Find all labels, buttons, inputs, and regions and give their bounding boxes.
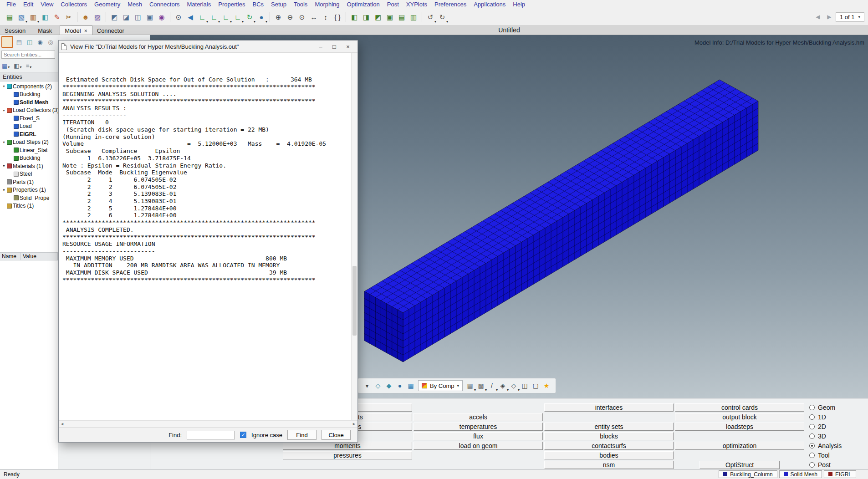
- next-page-icon[interactable]: ▶: [824, 12, 834, 22]
- value-column-header[interactable]: Value: [21, 252, 58, 260]
- panel-button[interactable]: entity sets: [544, 423, 674, 431]
- color-by-dropdown[interactable]: By Comp ▾: [418, 380, 463, 391]
- performance-graphics-icon[interactable]: ▢: [530, 380, 541, 391]
- menu-item[interactable]: Morphing: [311, 0, 343, 8]
- tree-expander-icon[interactable]: ▾: [2, 84, 6, 88]
- find-entities-icon[interactable]: ▤: [396, 11, 408, 23]
- panel-button[interactable]: loadsteps: [675, 423, 804, 431]
- panel-button[interactable]: nsm: [544, 461, 674, 469]
- selector-caret-icon[interactable]: ▾: [362, 380, 373, 391]
- user-profiles-icon[interactable]: ☻: [80, 11, 92, 23]
- tree-item[interactable]: ▾ Components (2): [0, 82, 58, 91]
- maximize-icon[interactable]: □: [327, 41, 341, 52]
- menu-item[interactable]: BCs: [249, 0, 267, 8]
- fit-view-icon[interactable]: ⊙: [296, 11, 308, 23]
- export-panel-icon[interactable]: ◪: [120, 11, 132, 23]
- menu-item[interactable]: Post: [383, 0, 403, 8]
- tree-expander-icon[interactable]: ▾: [2, 188, 6, 192]
- previous-page-icon[interactable]: ◀: [813, 12, 823, 22]
- status-chip[interactable]: Solid Mesh: [779, 470, 822, 478]
- shaded-geometry-icon[interactable]: ◆: [383, 380, 394, 391]
- menu-item[interactable]: Collectors: [57, 0, 91, 8]
- find-input[interactable]: [187, 431, 235, 439]
- display-filter-icon[interactable]: ◧ ▾: [14, 62, 21, 69]
- tree-item[interactable]: ▾ Load Steps (2): [0, 138, 58, 147]
- knife-pencil-icon[interactable]: ✎: [51, 11, 63, 23]
- page-indicator[interactable]: 1 of 1 ▾: [836, 12, 864, 22]
- section-cut-icon[interactable]: ◫: [519, 380, 530, 391]
- panel-button[interactable]: output block: [675, 413, 804, 421]
- tree-item[interactable]: Fixed_S: [0, 114, 58, 122]
- redo-view-icon[interactable]: ↻: [436, 11, 448, 23]
- open-model-icon[interactable]: ▧: [15, 11, 27, 23]
- shaded-sphere-icon[interactable]: ●: [255, 11, 267, 23]
- scalpel-icon[interactable]: ✂: [63, 11, 75, 23]
- mask-icon[interactable]: ◧: [348, 11, 360, 23]
- scroll-right-icon[interactable]: ►: [352, 422, 356, 426]
- menu-item[interactable]: File: [3, 0, 20, 8]
- search-input[interactable]: [1, 51, 55, 59]
- horizontal-scrollbar[interactable]: ◄ ►: [59, 420, 357, 427]
- dialog-close-button[interactable]: Close: [322, 430, 351, 440]
- import-panel-icon[interactable]: ◩: [108, 11, 120, 23]
- vertical-scrollbar-thumb[interactable]: [352, 266, 357, 336]
- tab[interactable]: Session: [0, 25, 33, 35]
- menu-item[interactable]: Help: [509, 0, 529, 8]
- find-button[interactable]: Find: [287, 430, 317, 440]
- panel-button[interactable]: temperatures: [414, 423, 543, 431]
- menu-item[interactable]: Properties: [214, 0, 249, 8]
- tree-item[interactable]: Parts (1): [0, 178, 58, 186]
- mesh-lines-icon[interactable]: ▦: [465, 380, 475, 391]
- panel-button[interactable]: blocks: [544, 432, 674, 440]
- tree-item[interactable]: Buckling: [0, 91, 58, 99]
- page-radio[interactable]: 2D: [809, 423, 842, 431]
- panel-button[interactable]: bodies: [544, 451, 674, 459]
- entity-types-icon[interactable]: ▦ ▾: [2, 62, 10, 69]
- panel-button[interactable]: optimization: [675, 442, 804, 450]
- isolate-icon[interactable]: ◎: [46, 37, 55, 46]
- page-radio[interactable]: Analysis: [809, 442, 842, 450]
- tab[interactable]: Connector: [92, 25, 132, 35]
- scroll-left-icon[interactable]: ◄: [60, 422, 64, 426]
- tree-expander-icon[interactable]: ▾: [2, 108, 6, 112]
- pan-icon[interactable]: ↔: [308, 11, 320, 23]
- minimize-icon[interactable]: –: [314, 41, 327, 52]
- menu-item[interactable]: Edit: [20, 0, 37, 8]
- tab-close-icon[interactable]: ×: [84, 28, 87, 34]
- model-summary-icon[interactable]: ▨: [92, 11, 103, 23]
- tab[interactable]: Model ×: [60, 25, 92, 35]
- menu-item[interactable]: Geometry: [91, 0, 124, 8]
- tree-item[interactable]: Linear_Stat: [0, 146, 58, 154]
- tree-item[interactable]: Solid Mesh: [0, 98, 58, 107]
- view-iso-icon[interactable]: ∟: [232, 11, 244, 23]
- tree-item[interactable]: ▾ Materials (1): [0, 162, 58, 170]
- xy-plot-icon[interactable]: ◉: [156, 11, 168, 23]
- page-radio[interactable]: Tool: [809, 451, 842, 459]
- element-color-icon[interactable]: ▩: [475, 380, 486, 391]
- tree-item[interactable]: ▾ Properties (1): [0, 186, 58, 194]
- name-column-header[interactable]: Name: [0, 252, 21, 260]
- status-chip[interactable]: Buckling_Column: [719, 470, 777, 478]
- ignore-case-checkbox[interactable]: [240, 432, 246, 438]
- page-radio[interactable]: Geom: [809, 403, 842, 412]
- panel-button[interactable]: pressures: [283, 451, 412, 459]
- page-radio[interactable]: Post: [809, 461, 842, 469]
- menu-item[interactable]: Applications: [470, 0, 509, 8]
- menu-item[interactable]: Materials: [183, 0, 214, 8]
- new-session-icon[interactable]: ▤: [4, 11, 15, 23]
- show-hide-icon[interactable]: ◉: [36, 37, 45, 46]
- sort-filter-icon[interactable]: ≡ ▾: [26, 62, 32, 69]
- close-icon[interactable]: ×: [341, 41, 355, 52]
- session-panel-icon[interactable]: ▣: [144, 11, 156, 23]
- tab[interactable]: Mask: [33, 25, 60, 35]
- menu-item[interactable]: Connectors: [146, 0, 183, 8]
- tree-item[interactable]: ▾ Load Collectors (3): [0, 107, 58, 115]
- tree-item[interactable]: Solid_Prope: [0, 194, 58, 202]
- menu-item[interactable]: Tools: [290, 0, 311, 8]
- entity-select-icon[interactable]: [1, 36, 13, 48]
- previous-view-icon[interactable]: ◀: [184, 11, 196, 23]
- numbers-display-icon[interactable]: ▥: [408, 11, 419, 23]
- card-edit-icon[interactable]: ▤: [15, 37, 24, 46]
- panel-button[interactable]: load on geom: [414, 442, 543, 450]
- tree-item[interactable]: Buckling: [0, 154, 58, 163]
